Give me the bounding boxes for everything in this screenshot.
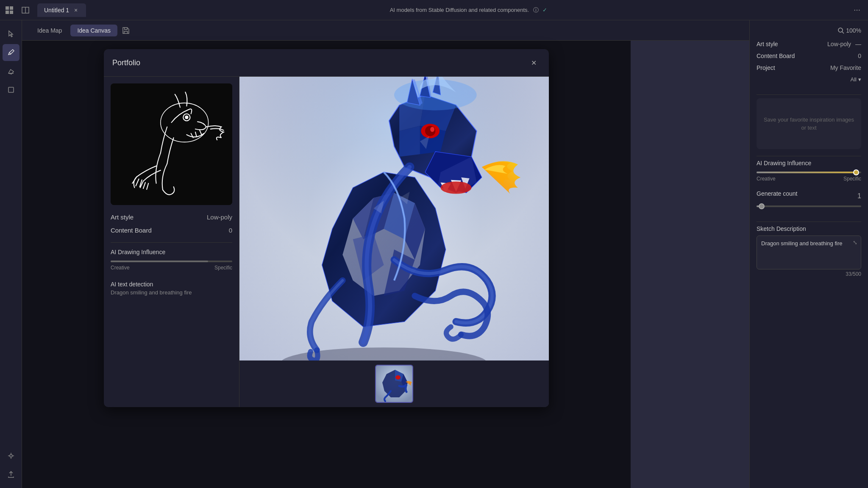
idea-map-button[interactable]: Idea Map (31, 25, 69, 36)
art-style-value: Low-poly — (827, 41, 861, 47)
modal-overlay: Portfolio ✕ (22, 41, 631, 488)
svg-rect-2 (6, 11, 9, 14)
check-icon: ✓ (542, 7, 547, 13)
shapes-tool-button[interactable] (3, 81, 19, 98)
svg-point-32 (441, 181, 472, 194)
eraser-tool-button[interactable] (3, 63, 19, 80)
tab-close-button[interactable]: × (72, 7, 79, 14)
expand-icon[interactable]: ⤡ (853, 239, 857, 246)
project-row: Project My Favorite (757, 64, 861, 71)
svg-point-6 (10, 455, 12, 457)
title-bar-message: AI models from Stable Diffusion and rela… (86, 6, 851, 14)
more-options-button[interactable]: ⋯ (851, 4, 863, 16)
specific-label: Specific (214, 265, 232, 271)
filter-label: All (851, 76, 857, 83)
main-image-area (239, 77, 549, 360)
art-style-value: Low-poly (207, 214, 232, 221)
generate-count-thumb[interactable] (759, 203, 765, 209)
generate-count-slider[interactable] (757, 205, 861, 207)
svg-marker-26 (399, 126, 420, 157)
windows-icon (5, 6, 14, 14)
pan-tool-button[interactable] (3, 447, 19, 464)
ai-drawing-influence-section: AI Drawing Influence Creative Specific (757, 160, 861, 182)
info-message: AI models from Stable Diffusion and rela… (390, 7, 529, 13)
filter-chevron-icon[interactable]: ▾ (858, 76, 861, 83)
zoom-level: 100% (846, 27, 861, 34)
content-board-value: 0 (229, 227, 232, 234)
panel-divider-3 (757, 222, 861, 222)
art-style-row: Art style Low-poly — (757, 41, 861, 47)
book-icon[interactable] (17, 2, 34, 19)
generate-count-track (757, 205, 861, 207)
main-area: Idea Map Idea Canvas Portfolio ✕ (22, 20, 749, 488)
ai-influence-label: AI Drawing Influence (111, 249, 232, 255)
sketch-preview (111, 83, 232, 205)
ai-influence-track (757, 172, 861, 173)
svg-point-50 (838, 28, 843, 32)
thumbnail-strip (239, 360, 549, 407)
svg-rect-1 (10, 6, 13, 10)
meta-divider (111, 242, 232, 243)
generate-count-section: Generate count 1 (757, 190, 861, 210)
top-nav: Idea Map Idea Canvas (22, 20, 749, 41)
influence-fill (111, 261, 208, 262)
inspiration-placeholder: Save your favorite inspiration images or… (757, 98, 861, 149)
content-board-row: Content Board 0 (757, 53, 861, 59)
sketch-desc-count: 33/500 (757, 271, 861, 277)
portfolio-center-panel (239, 77, 549, 407)
untitled-tab[interactable]: Untitled 1 × (37, 3, 86, 17)
svg-point-49 (395, 375, 401, 380)
influence-labels: Creative Specific (111, 265, 232, 271)
specific-label: Specific (843, 176, 861, 182)
generate-count-value: 1 (857, 192, 861, 200)
idea-canvas-button[interactable]: Idea Canvas (70, 25, 117, 36)
info-icon[interactable]: ⓘ (533, 7, 539, 13)
ai-text-value: Dragon smiling and breathing fire (111, 289, 232, 296)
art-style-dash: — (855, 41, 861, 47)
ai-influence-slider[interactable] (757, 172, 861, 173)
title-bar-actions: ⋯ (851, 4, 863, 16)
influence-slider[interactable] (111, 261, 232, 262)
sketch-desc-text: Dragon smiling and breathing fire (761, 240, 843, 247)
ai-text-detection-section: AI text detection Dragon smiling and bre… (111, 281, 232, 296)
ai-influence-fill (757, 172, 856, 173)
svg-line-51 (842, 32, 844, 33)
portfolio-body: Art style Low-poly Content Board 0 AI Dr… (104, 77, 549, 407)
art-style-label: Art style (757, 41, 778, 47)
svg-rect-0 (6, 6, 9, 10)
portfolio-modal: Portfolio ✕ (104, 49, 549, 407)
title-bar: Untitled 1 × AI models from Stable Diffu… (0, 0, 868, 20)
right-panel: 100% Art style Low-poly — Content Board … (749, 20, 868, 488)
generate-count-label: Generate count (757, 190, 798, 197)
sketch-desc-title: Sketch Description (757, 225, 861, 232)
inspiration-text: Save your favorite inspiration images or… (763, 116, 854, 132)
pencil-tool-button[interactable] (3, 44, 19, 61)
project-label: Project (757, 64, 775, 71)
export-tool-button[interactable] (3, 466, 19, 483)
filter-row: All ▾ (757, 76, 861, 83)
title-bar-left: Untitled 1 × (5, 2, 86, 19)
select-tool-button[interactable] (3, 25, 19, 42)
svg-rect-3 (10, 11, 13, 14)
portfolio-left-panel: Art style Low-poly Content Board 0 AI Dr… (104, 77, 239, 407)
tab-title: Untitled 1 (44, 7, 69, 14)
zoom-display: 100% (837, 27, 861, 34)
svg-rect-5 (8, 87, 14, 92)
ai-text-title: AI text detection (111, 281, 232, 288)
svg-point-35 (430, 127, 434, 132)
save-button[interactable] (119, 24, 133, 37)
art-style-section: Art style Low-poly — Content Board 0 Pro… (757, 41, 861, 83)
sketch-description-box[interactable]: Dragon smiling and breathing fire ⤡ (757, 236, 861, 269)
panel-divider-1 (757, 94, 861, 95)
panel-divider-2 (757, 156, 861, 156)
art-style-val-text: Low-poly (827, 41, 851, 47)
generate-count-row: Generate count 1 (757, 190, 861, 202)
portfolio-close-button[interactable]: ✕ (527, 56, 540, 69)
left-toolbar (0, 20, 22, 488)
thumbnail-image[interactable] (375, 365, 413, 403)
right-panel-top: 100% (757, 27, 861, 34)
ai-influence-thumb[interactable] (853, 169, 859, 175)
project-value: My Favorite (830, 64, 861, 71)
content-board-value: 0 (858, 53, 861, 59)
svg-point-10 (185, 116, 188, 119)
